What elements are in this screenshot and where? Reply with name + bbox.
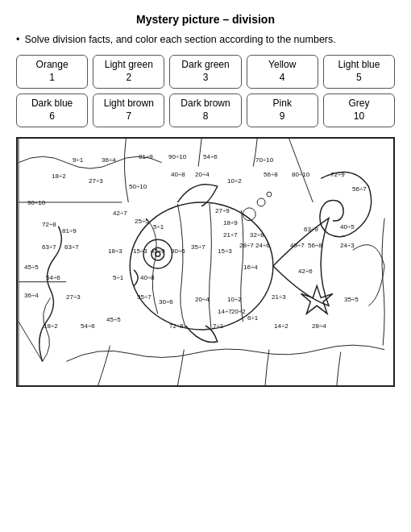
- math-label: 16÷4: [243, 264, 258, 271]
- math-label: 81÷9: [62, 227, 77, 235]
- math-label: 18÷9: [223, 219, 238, 227]
- math-label: 21÷3: [272, 293, 286, 301]
- math-label: 10÷2: [227, 296, 242, 303]
- math-label: 35÷7: [137, 293, 152, 301]
- page-title: Mystery picture – division: [16, 13, 395, 26]
- math-label: 36÷4: [102, 156, 116, 164]
- math-label: 30÷6: [171, 247, 185, 255]
- math-label: 90÷10: [27, 199, 45, 206]
- math-label: 40÷8: [140, 274, 155, 281]
- math-label: 28÷7: [239, 242, 254, 249]
- math-label: 30÷6: [159, 298, 173, 305]
- math-label: 54÷6: [46, 274, 60, 281]
- math-label: 42÷7: [113, 210, 127, 217]
- math-label: 5÷1: [153, 223, 164, 231]
- color-box: Yellow4: [247, 55, 318, 89]
- math-label: 15÷3: [218, 247, 232, 255]
- math-label: 9÷1: [73, 156, 83, 164]
- math-label: 90÷10: [168, 153, 186, 160]
- math-label: 54÷6: [203, 153, 218, 160]
- math-label: 63÷9: [304, 226, 318, 233]
- color-key: Orange1Light green2Dark green3Yellow4Lig…: [16, 55, 395, 127]
- math-label: 27÷9: [215, 207, 230, 214]
- math-label: 45÷9: [151, 247, 165, 255]
- color-box: Grey10: [323, 94, 395, 127]
- color-box: Dark green3: [169, 55, 241, 89]
- math-label: 45÷5: [24, 264, 39, 271]
- mystery-picture: 9÷136÷481÷990÷1054÷670÷1018÷227÷340÷820÷…: [16, 137, 395, 387]
- math-label: 25÷5: [135, 218, 149, 225]
- color-box: Light green2: [93, 55, 164, 89]
- math-label: 15÷3: [133, 247, 147, 255]
- math-label: 35÷5: [344, 296, 359, 303]
- math-label: 42÷6: [298, 268, 313, 275]
- math-label: 45÷5: [106, 316, 121, 323]
- math-label: 18÷2: [44, 322, 58, 330]
- math-label: 20÷4: [195, 296, 210, 303]
- instruction-text: • Solve division facts, and color each s…: [16, 34, 395, 45]
- math-label: 14÷2: [274, 322, 289, 330]
- math-label: 20÷4: [195, 171, 210, 178]
- svg-point-11: [267, 192, 272, 197]
- math-label: 40÷5: [340, 223, 355, 231]
- math-label: 72÷8: [169, 322, 184, 330]
- math-label: 81÷9: [139, 153, 153, 160]
- math-label: 7÷1: [213, 322, 223, 330]
- math-label: 72÷9: [330, 171, 345, 178]
- bullet-point: •: [16, 34, 19, 45]
- math-label: 10÷2: [227, 177, 242, 185]
- math-label: 54÷6: [81, 322, 95, 330]
- math-label: 24÷6: [255, 242, 270, 249]
- math-label: 49÷7: [290, 242, 305, 249]
- math-label: 5÷1: [113, 274, 123, 281]
- math-label: 35÷7: [191, 243, 206, 251]
- math-label: 50÷10: [129, 183, 147, 190]
- color-row: Dark blue6Light brown7Dark brown8Pink9Gr…: [16, 94, 395, 127]
- math-label: 18÷3: [108, 247, 122, 255]
- math-label: 27÷3: [66, 293, 81, 301]
- math-label: 24÷3: [340, 242, 355, 249]
- svg-point-10: [257, 198, 265, 206]
- math-label: 63÷7: [64, 243, 79, 251]
- math-label: 14÷7: [218, 308, 232, 315]
- color-box: Orange1: [16, 55, 88, 89]
- math-label: 6÷1: [247, 314, 258, 322]
- math-label: 70÷10: [255, 156, 273, 164]
- math-label: 40÷8: [171, 171, 185, 178]
- math-label: 63÷7: [42, 243, 56, 251]
- math-label: 18÷2: [52, 172, 66, 180]
- math-label: 56÷8: [264, 171, 278, 178]
- color-row: Orange1Light green2Dark green3Yellow4Lig…: [16, 55, 395, 89]
- color-box: Dark brown8: [169, 94, 241, 127]
- math-label: 28÷4: [312, 322, 326, 330]
- math-label: 32÷8: [250, 231, 264, 239]
- math-label: 56÷8: [308, 242, 322, 249]
- color-box: Dark blue6: [16, 94, 88, 127]
- color-box: Light blue5: [323, 55, 395, 89]
- color-box: Pink9: [247, 94, 318, 127]
- math-label: 72÷8: [42, 221, 56, 228]
- math-label: 21÷7: [223, 231, 238, 239]
- color-box: Light brown7: [93, 94, 164, 127]
- math-label: 56÷7: [352, 185, 367, 193]
- math-label: 20÷2: [231, 308, 246, 315]
- math-label: 27÷3: [89, 177, 103, 185]
- math-label: 80÷10: [292, 171, 309, 178]
- math-label: 36÷4: [24, 292, 39, 299]
